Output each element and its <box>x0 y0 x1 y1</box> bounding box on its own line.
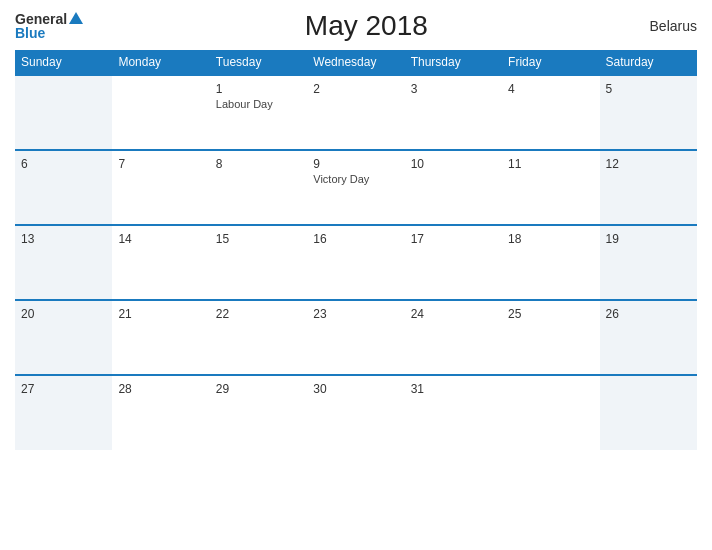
calendar-cell <box>502 375 599 450</box>
day-number: 24 <box>411 307 496 321</box>
calendar-cell: 8 <box>210 150 307 225</box>
calendar-cell: 1Labour Day <box>210 75 307 150</box>
calendar-header-row: SundayMondayTuesdayWednesdayThursdayFrid… <box>15 50 697 75</box>
day-number: 22 <box>216 307 301 321</box>
country-label: Belarus <box>650 18 697 34</box>
day-number: 19 <box>606 232 691 246</box>
day-number: 15 <box>216 232 301 246</box>
calendar-cell <box>15 75 112 150</box>
day-number: 26 <box>606 307 691 321</box>
calendar-cell <box>600 375 697 450</box>
day-header-saturday: Saturday <box>600 50 697 75</box>
day-number: 6 <box>21 157 106 171</box>
day-number: 4 <box>508 82 593 96</box>
day-number: 11 <box>508 157 593 171</box>
day-number: 21 <box>118 307 203 321</box>
calendar-cell: 2 <box>307 75 404 150</box>
calendar-cell: 5 <box>600 75 697 150</box>
calendar-cell: 10 <box>405 150 502 225</box>
day-number: 10 <box>411 157 496 171</box>
day-number: 28 <box>118 382 203 396</box>
calendar-cell: 27 <box>15 375 112 450</box>
day-number: 8 <box>216 157 301 171</box>
calendar-cell: 3 <box>405 75 502 150</box>
logo-triangle-icon <box>69 12 83 24</box>
day-header-tuesday: Tuesday <box>210 50 307 75</box>
calendar-cell: 30 <box>307 375 404 450</box>
calendar-cell: 25 <box>502 300 599 375</box>
day-number: 9 <box>313 157 398 171</box>
day-number: 30 <box>313 382 398 396</box>
calendar-cell: 26 <box>600 300 697 375</box>
day-number: 1 <box>216 82 301 96</box>
page-title: May 2018 <box>305 10 428 42</box>
day-number: 25 <box>508 307 593 321</box>
day-number: 3 <box>411 82 496 96</box>
calendar-cell: 9Victory Day <box>307 150 404 225</box>
calendar-cell: 16 <box>307 225 404 300</box>
calendar-cell: 15 <box>210 225 307 300</box>
calendar-table: SundayMondayTuesdayWednesdayThursdayFrid… <box>15 50 697 450</box>
day-number: 14 <box>118 232 203 246</box>
day-number: 13 <box>21 232 106 246</box>
day-header-sunday: Sunday <box>15 50 112 75</box>
logo-blue-text: Blue <box>15 26 45 40</box>
day-number: 7 <box>118 157 203 171</box>
calendar-cell: 6 <box>15 150 112 225</box>
calendar-cell: 21 <box>112 300 209 375</box>
calendar-cell: 28 <box>112 375 209 450</box>
calendar-cell: 31 <box>405 375 502 450</box>
calendar-cell: 14 <box>112 225 209 300</box>
calendar-cell: 4 <box>502 75 599 150</box>
day-header-friday: Friday <box>502 50 599 75</box>
holiday-label: Victory Day <box>313 173 398 185</box>
day-number: 29 <box>216 382 301 396</box>
calendar-cell: 7 <box>112 150 209 225</box>
calendar-cell: 22 <box>210 300 307 375</box>
calendar-cell: 24 <box>405 300 502 375</box>
day-number: 23 <box>313 307 398 321</box>
calendar-cell: 20 <box>15 300 112 375</box>
day-number: 17 <box>411 232 496 246</box>
day-number: 16 <box>313 232 398 246</box>
calendar-cell: 23 <box>307 300 404 375</box>
calendar-cell <box>112 75 209 150</box>
day-number: 5 <box>606 82 691 96</box>
calendar-cell: 17 <box>405 225 502 300</box>
calendar-cell: 11 <box>502 150 599 225</box>
calendar-cell: 29 <box>210 375 307 450</box>
logo-general-text: General <box>15 12 67 26</box>
day-number: 20 <box>21 307 106 321</box>
day-number: 27 <box>21 382 106 396</box>
day-header-monday: Monday <box>112 50 209 75</box>
calendar-week-row: 1Labour Day2345 <box>15 75 697 150</box>
calendar-cell: 18 <box>502 225 599 300</box>
calendar-cell: 12 <box>600 150 697 225</box>
day-number: 18 <box>508 232 593 246</box>
day-header-thursday: Thursday <box>405 50 502 75</box>
day-number: 2 <box>313 82 398 96</box>
holiday-label: Labour Day <box>216 98 301 110</box>
calendar-header: General Blue May 2018 Belarus <box>15 10 697 42</box>
calendar-week-row: 2728293031 <box>15 375 697 450</box>
calendar-week-row: 6789Victory Day101112 <box>15 150 697 225</box>
calendar-cell: 19 <box>600 225 697 300</box>
day-header-wednesday: Wednesday <box>307 50 404 75</box>
logo: General Blue <box>15 12 83 40</box>
calendar-cell: 13 <box>15 225 112 300</box>
calendar-week-row: 20212223242526 <box>15 300 697 375</box>
day-number: 31 <box>411 382 496 396</box>
calendar-week-row: 13141516171819 <box>15 225 697 300</box>
day-number: 12 <box>606 157 691 171</box>
